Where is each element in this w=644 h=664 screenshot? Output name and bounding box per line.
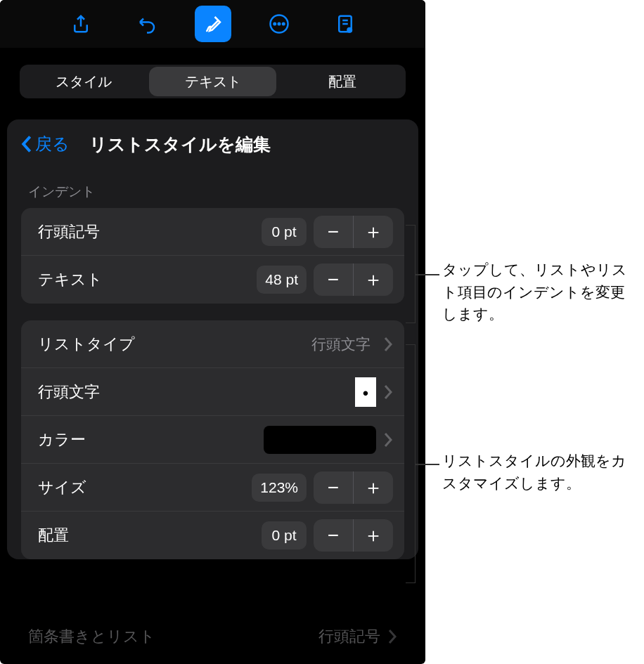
panel-title: リストスタイルを編集 bbox=[89, 133, 271, 156]
size-minus[interactable]: − bbox=[314, 471, 353, 504]
chevron-right-icon bbox=[383, 432, 393, 448]
annotation-appearance: リストスタイルの外観をカスタマイズします。 bbox=[442, 450, 639, 494]
bullets-and-lists-value: 行頭記号 bbox=[318, 626, 380, 647]
bullet-char-row[interactable]: 行頭文字 • bbox=[21, 368, 404, 416]
chevron-right-icon bbox=[383, 384, 393, 400]
list-type-row[interactable]: リストタイプ 行頭文字 bbox=[21, 320, 404, 368]
text-indent-value: 48 pt bbox=[257, 266, 307, 294]
tab-style-label: スタイル bbox=[56, 72, 112, 91]
indent-section-label: インデント bbox=[7, 169, 418, 208]
bullets-and-lists-label: 箇条書きとリスト bbox=[28, 626, 155, 647]
align-value: 0 pt bbox=[262, 521, 307, 549]
size-stepper: − ＋ bbox=[314, 471, 393, 504]
bullet-indent-stepper: − ＋ bbox=[314, 216, 393, 248]
tab-style[interactable]: スタイル bbox=[20, 65, 147, 98]
more-icon[interactable] bbox=[261, 6, 297, 42]
text-indent-stepper: − ＋ bbox=[314, 263, 393, 296]
text-indent-minus[interactable]: − bbox=[314, 263, 353, 296]
bullet-indent-minus[interactable]: − bbox=[314, 216, 353, 248]
callout-line-2 bbox=[416, 464, 439, 465]
text-indent-row: テキスト 48 pt − ＋ bbox=[21, 256, 404, 304]
edit-list-style-panel: 戻る リストスタイルを編集 インデント 行頭記号 0 pt − ＋ テキスト 4… bbox=[7, 119, 418, 559]
size-plus[interactable]: ＋ bbox=[354, 471, 393, 504]
text-indent-label: テキスト bbox=[38, 269, 257, 290]
bullet-char-label: 行頭文字 bbox=[38, 382, 355, 403]
color-swatch bbox=[264, 426, 376, 454]
svg-point-3 bbox=[283, 23, 285, 25]
bullet-char-preview: • bbox=[355, 377, 376, 407]
chevron-right-icon bbox=[387, 629, 397, 644]
appearance-group: リストタイプ 行頭文字 行頭文字 • カラー サイズ 123% − bbox=[21, 320, 404, 559]
spacer bbox=[7, 304, 418, 320]
tab-arrange-label: 配置 bbox=[328, 72, 356, 91]
svg-point-2 bbox=[278, 23, 280, 25]
svg-point-1 bbox=[273, 23, 276, 25]
callout-bracket-1 bbox=[406, 225, 416, 323]
share-icon[interactable] bbox=[63, 6, 99, 42]
format-segmented-control[interactable]: スタイル テキスト 配置 bbox=[20, 65, 406, 98]
undo-icon[interactable] bbox=[129, 6, 165, 42]
callout-bracket-2 bbox=[406, 344, 416, 583]
indent-group: 行頭記号 0 pt − ＋ テキスト 48 pt − ＋ bbox=[21, 208, 404, 304]
tab-text[interactable]: テキスト bbox=[149, 67, 276, 96]
format-brush-icon[interactable] bbox=[195, 6, 231, 42]
svg-point-5 bbox=[347, 27, 352, 33]
callout-line-1 bbox=[416, 274, 439, 275]
document-view-icon[interactable] bbox=[327, 6, 363, 42]
align-stepper: − ＋ bbox=[314, 519, 393, 552]
size-value: 123% bbox=[252, 474, 307, 502]
chevron-right-icon bbox=[383, 337, 393, 352]
align-label: 配置 bbox=[38, 525, 262, 546]
text-indent-plus[interactable]: ＋ bbox=[354, 263, 393, 296]
annotation-indent: タップして、リストやリスト項目のインデントを変更します。 bbox=[442, 259, 639, 325]
panel-header: 戻る リストスタイルを編集 bbox=[7, 119, 418, 169]
bullet-indent-label: 行頭記号 bbox=[38, 221, 262, 242]
bullets-and-lists-row[interactable]: 箇条書きとリスト 行頭記号 bbox=[14, 616, 411, 657]
annotation-layer: タップして、リストやリスト項目のインデントを変更します。 リストスタイルの外観を… bbox=[425, 0, 644, 664]
bullet-indent-value: 0 pt bbox=[262, 218, 307, 246]
top-toolbar bbox=[0, 0, 425, 48]
align-row: 配置 0 pt − ＋ bbox=[21, 512, 404, 559]
bullet-indent-row: 行頭記号 0 pt − ＋ bbox=[21, 208, 404, 256]
tab-text-label: テキスト bbox=[185, 72, 241, 91]
align-plus[interactable]: ＋ bbox=[354, 519, 393, 552]
bullet-indent-plus[interactable]: ＋ bbox=[354, 216, 393, 248]
color-row[interactable]: カラー bbox=[21, 416, 404, 464]
size-label: サイズ bbox=[38, 477, 252, 498]
back-label: 戻る bbox=[35, 133, 70, 155]
color-label: カラー bbox=[38, 429, 264, 450]
align-minus[interactable]: − bbox=[314, 519, 353, 552]
device-frame: スタイル テキスト 配置 戻る リストスタイルを編集 インデント 行頭記号 0 … bbox=[0, 0, 425, 664]
size-row: サイズ 123% − ＋ bbox=[21, 464, 404, 512]
tab-arrange[interactable]: 配置 bbox=[278, 65, 406, 98]
back-button[interactable]: 戻る bbox=[20, 133, 70, 155]
list-type-label: リストタイプ bbox=[38, 334, 311, 355]
list-type-value: 行頭文字 bbox=[311, 334, 371, 354]
